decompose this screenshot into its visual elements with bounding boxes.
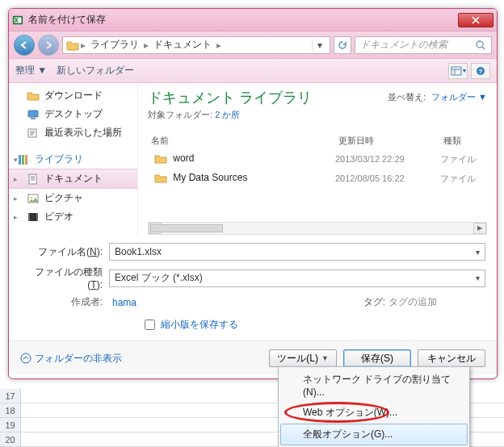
list-item[interactable]: My Data Sources 2012/08/05 16:22 ファイル — [148, 169, 489, 188]
row-header[interactable]: 17 — [0, 389, 21, 403]
filetype-label: ファイルの種類(T): — [20, 265, 109, 290]
svg-rect-16 — [28, 213, 30, 221]
window-title: 名前を付けて保存 — [28, 13, 456, 27]
item-name: My Data Sources — [173, 172, 247, 183]
organize-button[interactable]: 整理 ▼ — [15, 64, 47, 77]
sidebar-group-libraries[interactable]: ▾ ライブラリ — [9, 150, 137, 169]
dropdown-icon[interactable]: ▾ — [476, 274, 480, 282]
close-button[interactable] — [458, 13, 494, 27]
row-header[interactable]: 20 — [0, 432, 21, 446]
sidebar-item-label: ドキュメント — [44, 172, 103, 186]
svg-rect-12 — [29, 174, 36, 184]
desktop-icon — [27, 108, 40, 121]
expand-icon[interactable]: ▸ — [14, 194, 18, 203]
sort-by[interactable]: 並べ替え: フォルダー ▼ — [388, 91, 487, 103]
svg-rect-9 — [19, 155, 21, 165]
scroll-right-button[interactable]: ▶ — [473, 223, 486, 234]
svg-rect-17 — [36, 213, 38, 221]
thumbnail-checkbox[interactable]: 縮小版を保存する — [141, 317, 485, 332]
sidebar-item-pictures[interactable]: ▸ ピクチャ — [9, 189, 137, 207]
form-area: ファイル名(N): Book1.xlsx ▾ ファイルの種類(T): Excel… — [9, 236, 497, 340]
menu-item-general-options[interactable]: 全般オプション(G)... — [280, 424, 468, 445]
sidebar-item-videos[interactable]: ▸ ビデオ — [9, 207, 137, 226]
file-list-pane: ドキュメント ライブラリ 対象フォルダー: 2 か所 並べ替え: フォルダー ▼… — [138, 83, 497, 236]
video-icon — [27, 211, 40, 224]
sidebar-item-label: ピクチャ — [44, 191, 83, 205]
library-subtitle: 対象フォルダー: 2 か所 — [148, 109, 489, 121]
nav-row: ▸ ライブラリ ▸ ドキュメント ▸ ▾ ドキュメントの検索 — [9, 31, 497, 59]
folder-icon — [27, 90, 40, 102]
titlebar[interactable]: 名前を付けて保存 — [9, 9, 497, 31]
menu-item-web-options[interactable]: Web オプション(W)... — [280, 402, 468, 424]
item-type: ファイル — [437, 152, 485, 167]
new-folder-button[interactable]: 新しいフォルダー — [57, 64, 134, 77]
sidebar-item-desktop[interactable]: デスクトップ — [9, 105, 137, 123]
address-dropdown[interactable]: ▾ — [312, 40, 326, 51]
sidebar-item-downloads[interactable]: ダウンロード — [9, 86, 137, 105]
forward-button[interactable] — [38, 35, 59, 56]
breadcrumb-sep: ▸ — [79, 40, 87, 51]
expand-icon[interactable]: ▸ — [14, 213, 18, 221]
address-bar[interactable]: ▸ ライブラリ ▸ ドキュメント ▸ ▾ — [62, 36, 330, 54]
sidebar-item-label: 最近表示した場所 — [44, 126, 122, 140]
nav-tree[interactable]: ダウンロード デスクトップ 最近表示した場所 ▾ ライブラリ ▸ ドキュメント — [9, 83, 138, 236]
search-input[interactable]: ドキュメントの検索 — [355, 36, 492, 54]
svg-point-14 — [31, 196, 33, 198]
scroll-thumb[interactable] — [150, 224, 223, 232]
tools-button[interactable]: ツール(L) ▼ — [269, 349, 337, 367]
sidebar-item-recent[interactable]: 最近表示した場所 — [9, 123, 137, 142]
svg-text:?: ? — [479, 68, 483, 75]
svg-point-2 — [477, 41, 483, 48]
folder-icon — [154, 172, 167, 185]
help-button[interactable]: ? — [471, 63, 490, 79]
document-icon — [27, 173, 40, 186]
author-label: 作成者: — [20, 295, 109, 309]
library-icon — [17, 153, 30, 166]
sidebar-item-label: デスクトップ — [44, 107, 103, 121]
back-button[interactable] — [14, 35, 35, 56]
hide-folders-link[interactable]: フォルダーの非表示 — [20, 352, 122, 366]
sidebar-item-documents[interactable]: ▸ ドキュメント — [9, 169, 137, 189]
breadcrumb-seg[interactable]: ドキュメント — [150, 38, 215, 52]
refresh-button[interactable] — [334, 36, 351, 54]
dropdown-icon[interactable]: ▾ — [476, 248, 480, 257]
save-button[interactable]: 保存(S) — [343, 349, 411, 367]
tag-input[interactable]: タグの追加 — [388, 295, 437, 309]
svg-point-18 — [21, 353, 31, 363]
svg-rect-6 — [28, 111, 38, 117]
filetype-select[interactable]: Excel ブック (*.xlsx) ▾ — [109, 269, 485, 287]
thumbnail-checkbox-input[interactable] — [145, 320, 155, 330]
sidebar-item-label: ビデオ — [44, 210, 74, 224]
row-header[interactable]: 19 — [0, 418, 21, 432]
row-header[interactable]: 18 — [0, 403, 21, 417]
expand-icon[interactable]: ▾ — [14, 156, 18, 164]
item-type: ファイル — [437, 171, 485, 186]
picture-icon — [27, 192, 40, 205]
view-button[interactable]: ▾ — [448, 63, 468, 79]
search-placeholder: ドキュメントの検索 — [360, 38, 447, 52]
col-type[interactable]: 種類 — [440, 132, 489, 149]
svg-rect-7 — [31, 118, 36, 119]
folder-icon — [66, 40, 79, 51]
column-headers[interactable]: 名前 更新日時 種類 — [148, 132, 489, 149]
cancel-button[interactable]: キャンセル — [418, 349, 485, 367]
breadcrumb-seg[interactable]: ライブラリ — [87, 38, 142, 52]
sidebar-item-label: ライブラリ — [35, 152, 83, 166]
expand-icon[interactable]: ▸ — [14, 175, 18, 183]
filename-input[interactable]: Book1.xlsx ▾ — [109, 243, 485, 261]
search-icon — [475, 40, 486, 51]
col-date[interactable]: 更新日時 — [335, 132, 440, 149]
library-locations-link[interactable]: 2 か所 — [215, 110, 240, 119]
horizontal-scrollbar[interactable]: ◀ ▶ — [148, 222, 487, 235]
list-item[interactable]: word 2013/03/12 22:29 ファイル — [148, 149, 489, 169]
menu-item-map-drive[interactable]: ネットワーク ドライブの割り当て(N)... — [280, 369, 468, 402]
item-date: 2013/03/12 22:29 — [332, 152, 437, 165]
col-name[interactable]: 名前 — [148, 132, 335, 149]
folder-icon — [154, 152, 167, 165]
filename-label: ファイル名(N): — [20, 245, 109, 259]
breadcrumb-sep: ▸ — [215, 40, 223, 51]
recent-icon — [27, 127, 40, 140]
author-value[interactable]: hama — [112, 297, 136, 308]
breadcrumb-sep: ▸ — [142, 40, 150, 51]
item-name: word — [173, 152, 194, 164]
